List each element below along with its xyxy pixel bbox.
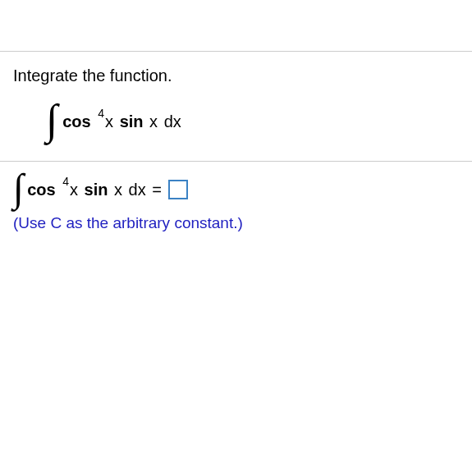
cos-fn: cos <box>62 112 90 131</box>
integrand: cos 4 x sin x dx <box>62 112 181 131</box>
top-spacer <box>0 0 472 51</box>
sin-fn: sin <box>120 112 144 131</box>
var-x2: x <box>114 181 122 199</box>
cos-fn: cos <box>27 181 55 199</box>
answer-expression: ∫ cos 4 x sin x dx = <box>13 170 459 209</box>
exponent: 4 <box>62 175 69 188</box>
integral-expression: ∫ cos 4 x sin x dx <box>46 100 459 143</box>
instruction-text: Integrate the function. <box>13 66 459 85</box>
var-x1: x <box>70 181 78 199</box>
hint-text: (Use C as the arbitrary constant.) <box>13 214 459 232</box>
equals-sign: = <box>152 181 162 199</box>
integral-sign-icon: ∫ <box>13 168 24 208</box>
sin-fn: sin <box>85 181 108 199</box>
dx: dx <box>129 181 146 199</box>
var-x1: x <box>105 112 113 131</box>
integral-sign-icon: ∫ <box>46 98 57 141</box>
answer-input[interactable] <box>168 180 188 199</box>
answer-section: ∫ cos 4 x sin x dx = (Use C as the arbit… <box>0 162 472 240</box>
problem-section: Integrate the function. ∫ cos 4 x sin x … <box>0 52 472 161</box>
var-x2: x <box>149 112 158 131</box>
integrand-lhs: cos 4 x sin x dx = <box>27 181 162 199</box>
dx: dx <box>164 112 181 131</box>
exponent: 4 <box>98 107 104 120</box>
problem-container: Integrate the function. ∫ cos 4 x sin x … <box>0 0 472 240</box>
